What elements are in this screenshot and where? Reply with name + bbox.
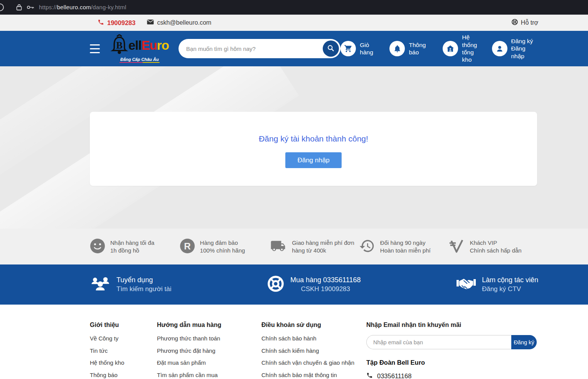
site-logo[interactable]: B ellEuro Đẳng Cấp Châu Âu — [110, 34, 169, 63]
key-icon — [27, 5, 34, 10]
handshake-icon — [456, 276, 476, 293]
lock-icon — [16, 4, 22, 10]
footer-column-guide: Hướng dẫn mua hàng Phương thức thanh toá… — [157, 322, 261, 379]
support-email-link[interactable]: cskh@belleuro.com — [147, 19, 211, 26]
footer-heading: Giới thiệu — [90, 322, 157, 328]
footer-column-newsletter: Nhập Email nhận tin khuyến mãi Đăng ký T… — [366, 322, 538, 379]
search-icon — [327, 44, 335, 53]
top-info-bar: 19009283 cskh@belleuro.com Hỗ trợ — [0, 15, 588, 31]
hotline-link[interactable]: 19009283 — [98, 19, 135, 27]
team-icon — [90, 276, 111, 293]
success-card: Đăng ký tài khoản thành công! Đăng nhập — [90, 112, 537, 186]
newsletter-heading: Nhập Email nhận tin khuyến mãi — [366, 322, 538, 328]
success-message: Đăng ký tài khoản thành công! — [90, 134, 537, 143]
feature-free-shipping: Giao hàng miễn phí đơnhàng từ 400k — [269, 238, 359, 255]
cart-button[interactable]: Giỏ hàng — [340, 41, 382, 56]
search-input[interactable] — [186, 45, 323, 52]
newsletter-form: Đăng ký — [366, 335, 537, 349]
support-link[interactable]: Hỗ trợ — [511, 19, 538, 27]
user-icon — [492, 41, 507, 56]
url-host: belleuro.com — [57, 4, 91, 10]
company-phone-row: 0335611168 — [366, 372, 538, 379]
search-button[interactable] — [323, 40, 339, 57]
footer-link-ordering-methods[interactable]: Phương thức đặt hàng — [157, 347, 261, 354]
browser-partial-icon — [0, 3, 4, 11]
footer-link-about-company[interactable]: Về Công ty — [90, 335, 157, 342]
company-name: Tập Đoàn Bell Euro — [366, 359, 538, 366]
logo-wordmark: ellEuro — [128, 39, 169, 52]
footer-link-announcements[interactable]: Thông báo — [90, 372, 157, 378]
warehouse-button[interactable]: Hệ thốngtổng kho — [443, 34, 484, 64]
hotline-number: 19009283 — [107, 19, 135, 27]
footer: Giới thiệu Về Công ty Tin tức Hệ thống k… — [0, 305, 588, 379]
feature-vip-policy: Khách VIPChính sách hấp dẫn — [448, 238, 538, 256]
footer-link-find-product[interactable]: Tìm sản phẩm cần mua — [157, 372, 261, 378]
footer-link-buy-product[interactable]: Đặt mua sản phẩm — [157, 359, 261, 366]
history-icon — [359, 238, 375, 256]
footer-heading: Điều khoản sử dụng — [261, 322, 366, 328]
url-text[interactable]: https://belleuro.com/dang-ky.html — [39, 4, 126, 10]
lifebuoy-icon — [267, 275, 285, 294]
phone-icon — [366, 372, 373, 379]
footer-link-inspection-policy[interactable]: Chính sách kiểm hàng — [261, 347, 366, 354]
cart-icon — [340, 41, 356, 56]
company-phone-number[interactable]: 0335611168 — [377, 372, 411, 379]
footer-link-shipping-policy[interactable]: Chính sách vận chuyển & giao nhận — [261, 359, 366, 366]
bell-icon — [389, 41, 405, 56]
phone-icon — [98, 19, 104, 27]
bell-logo-icon: B — [110, 34, 128, 56]
purchase-hotline[interactable]: Mua hàng 0335611168CSKH 19009283 — [267, 275, 361, 294]
support-email: cskh@belleuro.com — [157, 19, 211, 26]
warehouse-label: Hệ thốngtổng kho — [462, 34, 484, 64]
menu-hamburger-icon[interactable] — [90, 44, 100, 53]
footer-link-payment-methods[interactable]: Phương thức thanh toán — [157, 335, 261, 342]
feature-fast-delivery: Nhận hàng tối đa1h đồng hồ — [90, 238, 180, 255]
url-path: /dang-ky.html — [91, 4, 126, 10]
smiley-icon — [90, 238, 105, 255]
recruitment-link[interactable]: Tuyển dụngTìm kiếm người tài — [90, 275, 172, 293]
footer-link-warranty-policy[interactable]: Chính sách bảo hành — [261, 335, 366, 342]
newsletter-email-input[interactable] — [366, 335, 511, 349]
browser-address-bar[interactable]: https://belleuro.com/dang-ky.html — [0, 0, 588, 15]
registered-icon: R — [180, 238, 195, 255]
hero-section: Đăng ký tài khoản thành công! Đăng nhập — [0, 66, 588, 229]
footer-link-privacy-policy[interactable]: Chính sách bảo mật thông tin — [261, 372, 366, 378]
search-bar[interactable] — [179, 39, 340, 58]
contact-band: Tuyển dụngTìm kiếm người tài Mua hàng 03… — [0, 264, 588, 305]
login-button[interactable]: Đăng nhập — [285, 152, 342, 168]
lifebuoy-icon — [511, 19, 518, 27]
newsletter-subscribe-button[interactable]: Đăng ký — [511, 335, 537, 349]
account-button[interactable]: Đăng kýĐăng nhập — [492, 37, 539, 60]
main-header: B ellEuro Đẳng Cấp Châu Âu Giỏ hàng — [0, 31, 588, 66]
notifications-label: Thông báo — [409, 41, 435, 56]
footer-heading: Hướng dẫn mua hàng — [157, 322, 261, 328]
footer-column-terms: Điều khoản sử dụng Chính sách bảo hành C… — [261, 322, 366, 379]
cart-label: Giỏ hàng — [360, 41, 382, 56]
features-strip: Nhận hàng tối đa1h đồng hồ R Hàng đảm bả… — [0, 229, 588, 264]
svg-text:R: R — [184, 241, 190, 251]
warehouse-icon — [443, 41, 458, 56]
notifications-button[interactable]: Thông báo — [389, 41, 435, 56]
support-label: Hỗ trợ — [521, 19, 538, 26]
url-scheme: https:// — [39, 4, 57, 10]
footer-link-warehouse-system[interactable]: Hệ thống kho — [90, 359, 157, 366]
footer-column-about: Giới thiệu Về Công ty Tin tức Hệ thống k… — [90, 322, 157, 379]
envelope-icon — [147, 19, 154, 26]
feature-genuine-goods: R Hàng đảm bảo100% chính hãng — [180, 238, 270, 255]
footer-link-news[interactable]: Tin tức — [90, 347, 157, 354]
feature-exchange-90-days: Đổi hàng 90 ngàyHoàn toàn miễn phí — [359, 238, 449, 256]
truck-icon — [269, 238, 287, 255]
collaborator-link[interactable]: Làm cộng tác viênĐăng ký CTV — [456, 275, 538, 293]
logo-tagline: Đẳng Cấp Châu Âu — [120, 57, 160, 63]
vip-icon — [448, 238, 465, 256]
account-label: Đăng kýĐăng nhập — [511, 37, 539, 60]
svg-text:B: B — [116, 40, 123, 51]
